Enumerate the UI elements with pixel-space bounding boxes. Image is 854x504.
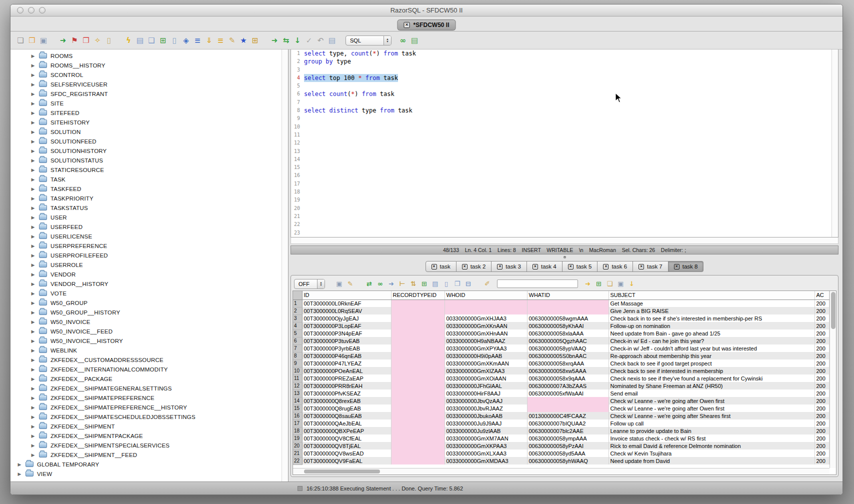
- sql-editor[interactable]: 1select type, count(*) from task2group b…: [290, 50, 838, 238]
- grid-cell[interactable]: [391, 382, 444, 390]
- sort-lines-icon[interactable]: ≡: [216, 36, 226, 46]
- tree-item[interactable]: ▶SCONTROL: [10, 70, 288, 80]
- grid-row[interactable]: 400T3000000P3LopEAF0033000000GmXKnAAN006…: [293, 322, 830, 330]
- grid-row[interactable]: 600T3000000P3tuvEAB0033000000H9aNBAAZ006…: [293, 337, 830, 344]
- grid-cell[interactable]: 200: [814, 427, 830, 434]
- grid-cell[interactable]: Follow-up on nomination: [608, 322, 814, 330]
- grid-row[interactable]: 1900T3000000QV8CfEAL0033000000GmXM7AAN00…: [293, 434, 830, 442]
- grid-cell[interactable]: 200: [814, 367, 830, 374]
- grid-cell[interactable]: 0033000000GmXLXAA3: [444, 450, 527, 457]
- grid-cell[interactable]: 200: [814, 434, 830, 442]
- disclosure-triangle-icon[interactable]: ▶: [30, 206, 36, 210]
- disclosure-triangle-icon[interactable]: ▶: [30, 244, 36, 248]
- grid-cell[interactable]: Re-approach about membership this year: [608, 352, 814, 360]
- tree-item[interactable]: ▶ROOMS__HISTORY: [10, 60, 288, 70]
- tree-item[interactable]: ▶SOLUTIONFEED: [10, 136, 288, 146]
- grid-cell[interactable]: [391, 322, 444, 330]
- tree-item[interactable]: ▶TASKPRIORITY: [10, 194, 288, 203]
- grid-cell[interactable]: 200: [814, 300, 830, 307]
- fetch-more-icon[interactable]: ↓: [292, 36, 302, 46]
- grid-cell[interactable]: [391, 420, 444, 427]
- database-icon[interactable]: ▯: [104, 36, 114, 46]
- tree-item[interactable]: ▶SOLUTION: [10, 127, 288, 136]
- tab-close-icon[interactable]: ✕: [462, 264, 468, 270]
- grid-row[interactable]: 1400T3000000Q8rexEAB0033000000JbvQzAAJCh…: [293, 397, 830, 404]
- grid-cell[interactable]: 00T3000000P3yrbEAB: [302, 344, 391, 352]
- grid-cell[interactable]: [391, 352, 444, 360]
- help-book-icon[interactable]: ◈: [181, 36, 191, 46]
- grid-row[interactable]: 700T3000000P3yrbEAB0033000000GmXPYAA3006…: [293, 344, 830, 352]
- disclosure-triangle-icon[interactable]: ▶: [30, 452, 36, 458]
- disclosure-triangle-icon[interactable]: ▶: [30, 338, 36, 344]
- disclosure-triangle-icon[interactable]: ▶: [30, 54, 36, 58]
- splitter-handle[interactable]: [290, 254, 838, 260]
- copy-with-headers-icon[interactable]: ⊟: [464, 279, 473, 288]
- tree-item[interactable]: ▶TASKFEED: [10, 184, 288, 194]
- grid-cell[interactable]: 006300000058yPzAAI: [527, 442, 608, 450]
- tree-item[interactable]: ▶ZKFEDEX__SHIPMENTSPECIALSERVICES: [10, 440, 288, 450]
- tree-item[interactable]: ▶ZKFEDEX__SHIPMATEPREFERENCE: [10, 393, 288, 402]
- tree-item[interactable]: ▶USERLICENSE: [10, 232, 288, 241]
- zoom-window-button[interactable]: [39, 7, 46, 14]
- grid-cell[interactable]: 00T3000000P3LopEAF: [302, 322, 391, 330]
- grid-row[interactable]: 2100T3000000QV8wsEAD0033000000GmXLXAA300…: [293, 450, 830, 457]
- disclosure-triangle-icon[interactable]: ▶: [30, 282, 36, 286]
- result-tab[interactable]: ✕task 8: [668, 261, 704, 272]
- grid-cell[interactable]: 00T3000000QV8CfEAL: [302, 434, 391, 442]
- notes-icon[interactable]: ▯: [170, 36, 180, 46]
- status-stop-icon[interactable]: [298, 486, 302, 491]
- tree-item[interactable]: ▶ZKFEDEX__SHIPMATESCHEDULEDJOBSSETTINGS: [10, 412, 288, 422]
- grid-cell[interactable]: Leanne to provide update to Bain: [608, 427, 814, 434]
- rollback-undo-icon[interactable]: ↶: [316, 36, 326, 46]
- disclosure-triangle-icon[interactable]: ▶: [30, 63, 36, 68]
- grid-cell[interactable]: 006300000058xw5AAA: [527, 367, 608, 374]
- grid-cell[interactable]: 200: [814, 450, 830, 457]
- grid-cell[interactable]: Check nexis to see if they've found a re…: [608, 374, 814, 382]
- tree-scrollbar[interactable]: [282, 50, 288, 482]
- grid-row[interactable]: 300T3000000OjyJgEAJ0033000000GmXHJAA3006…: [293, 314, 830, 322]
- grid-cell[interactable]: 0033000000JbukoAAB: [444, 412, 527, 420]
- grid-row[interactable]: 200T3000000L0RqSEAVGive Jenn a BIG RAISE…: [293, 307, 830, 314]
- compare-icon[interactable]: ⊞: [158, 36, 168, 46]
- save-results-icon[interactable]: ▣: [334, 279, 344, 288]
- disclosure-triangle-icon[interactable]: ▶: [30, 82, 36, 87]
- close-window-button[interactable]: [17, 7, 24, 14]
- filter-sort-icon[interactable]: ✎: [346, 279, 355, 288]
- grid-cell[interactable]: 0033000000JFhGlAAL: [444, 382, 527, 390]
- grid-cell[interactable]: 006300000058yKhAAI: [527, 322, 608, 330]
- disclosure-triangle-icon[interactable]: ▶: [30, 92, 36, 96]
- grid-cell[interactable]: 0033000000H9aNBAAZ: [444, 337, 527, 344]
- add-connection-icon[interactable]: ✧: [92, 36, 102, 46]
- disclosure-triangle-icon[interactable]: ▶: [30, 310, 36, 315]
- highlight-wand-icon[interactable]: ✐: [482, 279, 492, 288]
- grid-cell[interactable]: 0033000000JbvRJAAZ: [444, 404, 527, 412]
- grid-cell[interactable]: [391, 412, 444, 420]
- search-glasses-icon[interactable]: ∞: [398, 36, 408, 46]
- disclosure-triangle-icon[interactable]: ▶: [30, 367, 36, 372]
- grid-cell[interactable]: 006300000058wgmAAA: [527, 314, 608, 322]
- grid-cell[interactable]: Rick to email David & reference Delmonte…: [608, 442, 814, 450]
- highlight-mode-select[interactable]: OFF ▲▼: [294, 279, 325, 289]
- grid-cell[interactable]: 00T3000000P3N4pEAF: [302, 330, 391, 337]
- open-file-icon[interactable]: ❒: [27, 36, 37, 46]
- grid-cell[interactable]: Give Jenn a BIG RAISE: [608, 307, 814, 314]
- tree-item[interactable]: ▶USERFEED: [10, 222, 288, 232]
- disclosure-triangle-icon[interactable]: ▶: [30, 329, 36, 334]
- grid-cell[interactable]: 0033000000GmXKPAA3: [444, 442, 527, 450]
- tab-close-icon[interactable]: ✕: [497, 264, 502, 270]
- copy-table-icon[interactable]: ❐: [81, 36, 91, 46]
- result-tab[interactable]: ✕task 3: [492, 261, 527, 272]
- tree-item[interactable]: ▶TASK: [10, 174, 288, 184]
- grid-cell[interactable]: 006300000058xrqAAA: [527, 360, 608, 367]
- grid-cell[interactable]: Check w/ Leanne - we're going after Owen…: [608, 404, 814, 412]
- tree-item[interactable]: ▶W50_GROUP__HISTORY: [10, 308, 288, 317]
- grid-cell[interactable]: 0033000000Ju9zlAAB: [444, 427, 527, 434]
- grid-cell[interactable]: [391, 427, 444, 434]
- window-titlebar[interactable]: RazorSQL - SFDCW50 II: [10, 4, 842, 16]
- refresh-results-icon[interactable]: ⇄: [364, 279, 374, 288]
- grid-cell[interactable]: 0033000000GmXHnAAN: [444, 330, 527, 337]
- save-file-icon[interactable]: ▣: [38, 36, 48, 46]
- grid-hscrollbar[interactable]: [293, 468, 830, 474]
- grid-cell[interactable]: 00T3000000Q8sauEAB: [302, 412, 391, 420]
- grid-row[interactable]: 1100T3000000PREZaEAP0033000000GmXOiAAN00…: [293, 374, 830, 382]
